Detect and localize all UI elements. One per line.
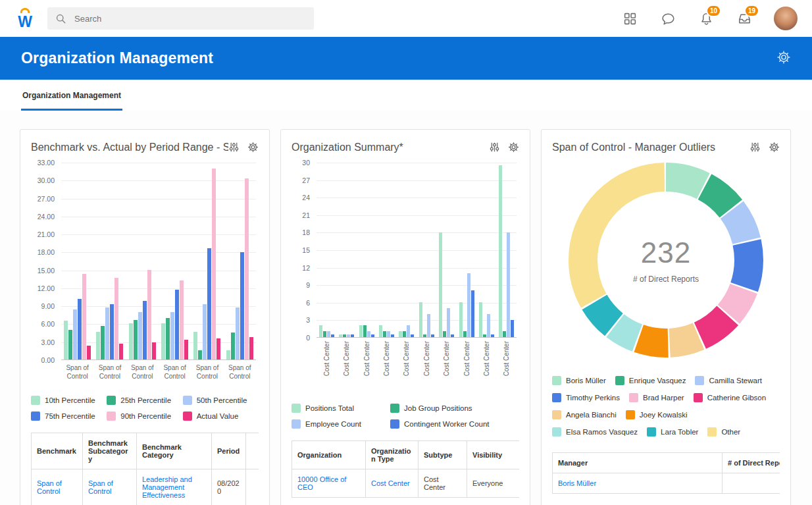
- notifications-bell-icon[interactable]: 10: [698, 10, 715, 27]
- table-cell-link[interactable]: Boris Müller: [558, 479, 596, 487]
- filter-icon[interactable]: [228, 142, 240, 153]
- bar-actual-value[interactable]: [184, 340, 188, 359]
- bar-10th-percentile[interactable]: [226, 350, 230, 359]
- bar-positions-total[interactable]: [379, 325, 382, 337]
- bar-25th-percentile[interactable]: [68, 330, 72, 359]
- avatar[interactable]: [774, 7, 798, 30]
- bar-contingent-worker-count[interactable]: [451, 334, 454, 337]
- bar-job-group-positions[interactable]: [443, 331, 446, 337]
- bar-positions-total[interactable]: [419, 302, 422, 337]
- bar-actual-value[interactable]: [216, 338, 220, 359]
- tab-organization-management[interactable]: Organization Management: [21, 91, 122, 111]
- bar-positions-total[interactable]: [319, 325, 322, 337]
- chat-icon[interactable]: [659, 10, 676, 27]
- bar-positions-total[interactable]: [339, 334, 342, 337]
- gear-icon[interactable]: [247, 142, 259, 153]
- bar-employee-count[interactable]: [487, 314, 490, 337]
- bar-90th-percentile[interactable]: [245, 178, 249, 359]
- bar-positions-total[interactable]: [459, 302, 463, 337]
- bar-10th-percentile[interactable]: [161, 323, 165, 359]
- bar-employee-count[interactable]: [347, 334, 350, 337]
- bar-25th-percentile[interactable]: [166, 318, 170, 359]
- bar-75th-percentile[interactable]: [110, 304, 114, 359]
- bar-50th-percentile[interactable]: [236, 307, 240, 359]
- bar-positions-total[interactable]: [479, 302, 482, 337]
- benchmark-bar-chart: 0.003.006.009.0012.0015.0018.0021.0024.0…: [31, 163, 259, 385]
- bar-50th-percentile[interactable]: [203, 304, 207, 359]
- bar-50th-percentile[interactable]: [73, 309, 77, 359]
- bar-10th-percentile[interactable]: [96, 332, 100, 359]
- bar-75th-percentile[interactable]: [207, 248, 211, 359]
- gear-icon[interactable]: [508, 142, 519, 153]
- bar-50th-percentile[interactable]: [105, 307, 109, 359]
- bar-positions-total[interactable]: [439, 232, 442, 337]
- bar-positions-total[interactable]: [499, 165, 502, 337]
- bar-90th-percentile[interactable]: [180, 280, 184, 359]
- bar-job-group-positions[interactable]: [423, 334, 426, 337]
- bar-positions-total[interactable]: [359, 325, 363, 337]
- bar-90th-percentile[interactable]: [212, 169, 216, 359]
- table-cell-link[interactable]: Cost Center: [371, 479, 410, 487]
- table-cell-link[interactable]: Leadership and Management Effectiveness: [142, 475, 192, 499]
- bar-90th-percentile[interactable]: [147, 270, 151, 359]
- bar-contingent-worker-count[interactable]: [511, 320, 514, 338]
- inbox-icon[interactable]: 19: [736, 10, 753, 27]
- bar-job-group-positions[interactable]: [323, 331, 326, 337]
- legend-label: Employee Count: [305, 420, 361, 428]
- bar-25th-percentile[interactable]: [231, 332, 235, 359]
- bar-50th-percentile[interactable]: [138, 312, 142, 359]
- bar-90th-percentile[interactable]: [82, 274, 86, 359]
- bar-actual-value[interactable]: [249, 337, 253, 359]
- bar-employee-count[interactable]: [387, 331, 390, 337]
- bar-25th-percentile[interactable]: [101, 326, 105, 359]
- bar-contingent-worker-count[interactable]: [391, 334, 394, 337]
- bar-25th-percentile[interactable]: [198, 350, 202, 359]
- banner-gear-icon[interactable]: [776, 50, 791, 67]
- bar-25th-percentile[interactable]: [134, 320, 138, 359]
- bar-contingent-worker-count[interactable]: [411, 334, 414, 337]
- bar-job-group-positions[interactable]: [463, 331, 467, 337]
- bar-job-group-positions[interactable]: [483, 334, 486, 337]
- bar-positions-total[interactable]: [399, 331, 402, 337]
- bar-contingent-worker-count[interactable]: [431, 334, 434, 337]
- bar-50th-percentile[interactable]: [170, 312, 174, 359]
- bar-75th-percentile[interactable]: [78, 299, 82, 359]
- bar-job-group-positions[interactable]: [383, 331, 386, 337]
- bar-employee-count[interactable]: [427, 314, 430, 337]
- bar-job-group-positions[interactable]: [343, 334, 346, 337]
- bar-contingent-worker-count[interactable]: [491, 334, 494, 337]
- bar-75th-percentile[interactable]: [143, 301, 147, 359]
- filter-icon[interactable]: [749, 142, 761, 153]
- workday-logo[interactable]: W: [14, 7, 36, 30]
- bar-contingent-worker-count[interactable]: [351, 334, 354, 337]
- filter-icon[interactable]: [489, 142, 500, 153]
- table-cell-link[interactable]: Span of Control: [88, 479, 113, 495]
- bar-75th-percentile[interactable]: [240, 252, 244, 359]
- bar-job-group-positions[interactable]: [403, 331, 406, 337]
- bar-employee-count[interactable]: [367, 331, 370, 337]
- bar-actual-value[interactable]: [87, 346, 91, 359]
- bar-10th-percentile[interactable]: [193, 332, 197, 359]
- bar-employee-count[interactable]: [327, 331, 330, 337]
- apps-grid-icon[interactable]: [621, 10, 638, 27]
- bar-contingent-worker-count[interactable]: [331, 334, 334, 337]
- bar-employee-count[interactable]: [507, 232, 510, 337]
- global-search[interactable]: [47, 7, 314, 30]
- table-cell-link[interactable]: Span of Control: [37, 479, 62, 495]
- gear-icon[interactable]: [769, 142, 780, 153]
- bar-job-group-positions[interactable]: [503, 331, 506, 337]
- bar-actual-value[interactable]: [152, 342, 156, 359]
- bar-10th-percentile[interactable]: [129, 323, 133, 359]
- bar-90th-percentile[interactable]: [114, 278, 118, 359]
- bar-75th-percentile[interactable]: [175, 290, 179, 359]
- bar-employee-count[interactable]: [407, 325, 410, 337]
- bar-contingent-worker-count[interactable]: [471, 290, 474, 337]
- table-cell-link[interactable]: 10000 Office of CEO: [297, 475, 346, 491]
- bar-actual-value[interactable]: [119, 344, 123, 359]
- bar-10th-percentile[interactable]: [64, 321, 68, 359]
- bar-employee-count[interactable]: [467, 273, 470, 337]
- search-input[interactable]: [73, 13, 306, 24]
- bar-employee-count[interactable]: [447, 308, 450, 337]
- bar-contingent-worker-count[interactable]: [371, 334, 374, 337]
- bar-job-group-positions[interactable]: [363, 325, 367, 337]
